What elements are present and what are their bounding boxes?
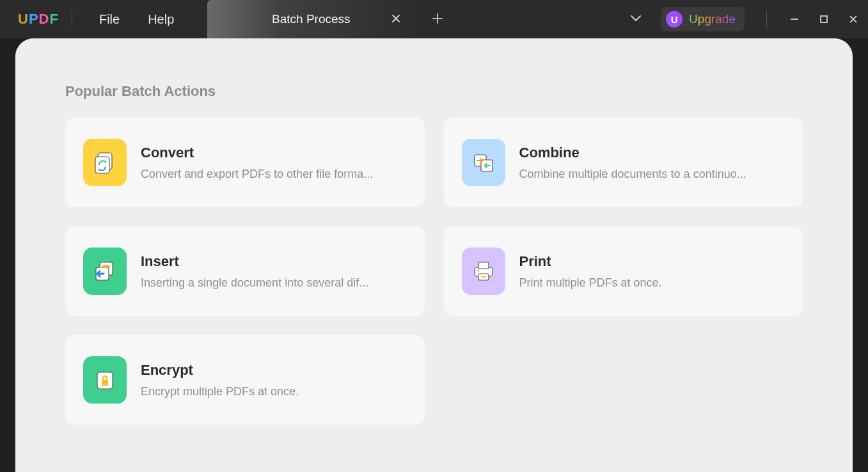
svg-rect-7 <box>102 265 110 267</box>
app-logo: U P D F <box>18 11 59 28</box>
card-print[interactable]: Print Print multiple PDFs at once. <box>444 226 803 316</box>
card-combine[interactable]: Combine Combine multiple documents to a … <box>444 118 803 207</box>
titlebar: U P D F File Help Batch Process U Upgrad… <box>0 0 868 38</box>
window-close-button[interactable] <box>839 0 868 38</box>
print-icon-tile <box>462 248 505 295</box>
lock-icon <box>91 366 119 394</box>
close-icon <box>849 15 858 24</box>
card-text: Encrypt Encrypt multiple PDFs at once. <box>141 362 407 398</box>
card-desc: Inserting a single document into several… <box>141 276 407 290</box>
window-controls-group: U Upgrade <box>630 0 868 38</box>
card-title: Insert <box>141 253 407 270</box>
card-insert[interactable]: Insert Inserting a single document into … <box>65 226 425 316</box>
encrypt-icon-tile <box>83 356 127 404</box>
chevron-down-icon <box>630 15 642 22</box>
card-encrypt[interactable]: Encrypt Encrypt multiple PDFs at once. <box>65 335 425 425</box>
window-maximize-button[interactable] <box>809 0 839 38</box>
logo-letter-u: U <box>18 11 29 28</box>
print-icon <box>470 257 498 285</box>
separator <box>766 11 767 28</box>
insert-icon-tile <box>83 248 127 295</box>
plus-icon <box>432 13 443 24</box>
minimize-icon <box>790 15 799 24</box>
combine-icon-tile <box>462 139 505 186</box>
window-minimize-button[interactable] <box>780 0 809 38</box>
tab-title: Batch Process <box>272 12 351 26</box>
svg-rect-9 <box>478 262 489 269</box>
upgrade-label: Upgrade <box>689 12 736 26</box>
card-desc: Print multiple PDFs at once. <box>519 276 785 290</box>
insert-icon <box>91 257 119 285</box>
card-desc: Convert and export PDFs to other file fo… <box>141 168 407 181</box>
card-title: Combine <box>519 145 785 161</box>
card-text: Insert Inserting a single document into … <box>141 253 407 290</box>
menu-file[interactable]: File <box>85 0 134 38</box>
card-text: Print Print multiple PDFs at once. <box>519 253 785 290</box>
card-text: Convert Convert and export PDFs to other… <box>141 145 407 181</box>
convert-icon-tile <box>83 139 127 186</box>
close-icon <box>391 14 400 23</box>
card-desc: Encrypt multiple PDFs at once. <box>141 385 407 398</box>
svg-rect-14 <box>102 380 108 386</box>
card-convert[interactable]: Convert Convert and export PDFs to other… <box>65 118 425 207</box>
section-title: Popular Batch Actions <box>65 83 803 100</box>
svg-rect-0 <box>821 16 827 22</box>
maximize-icon <box>819 15 828 24</box>
tab-batch-process[interactable]: Batch Process <box>207 0 414 38</box>
new-tab-button[interactable] <box>432 11 443 28</box>
logo-letter-d: D <box>39 11 50 28</box>
svg-point-11 <box>477 269 479 271</box>
tab-overflow-button[interactable] <box>630 13 642 25</box>
main-content: Popular Batch Actions Convert Convert an… <box>15 38 853 472</box>
card-title: Encrypt <box>141 362 407 379</box>
logo-letter-p: P <box>29 11 39 28</box>
convert-icon <box>91 149 118 176</box>
card-title: Convert <box>141 145 407 161</box>
menu-help[interactable]: Help <box>134 0 188 38</box>
upgrade-button[interactable]: U Upgrade <box>661 7 745 31</box>
separator <box>72 11 72 28</box>
card-text: Combine Combine multiple documents to a … <box>519 145 785 181</box>
svg-rect-12 <box>481 276 486 278</box>
card-title: Print <box>519 253 785 270</box>
cards-grid: Convert Convert and export PDFs to other… <box>65 118 803 425</box>
card-desc: Combine multiple documents to a continuo… <box>519 168 785 181</box>
user-avatar: U <box>666 11 683 28</box>
tab-close-button[interactable] <box>391 13 400 26</box>
combine-icon <box>470 148 498 177</box>
logo-letter-f: F <box>49 11 58 28</box>
